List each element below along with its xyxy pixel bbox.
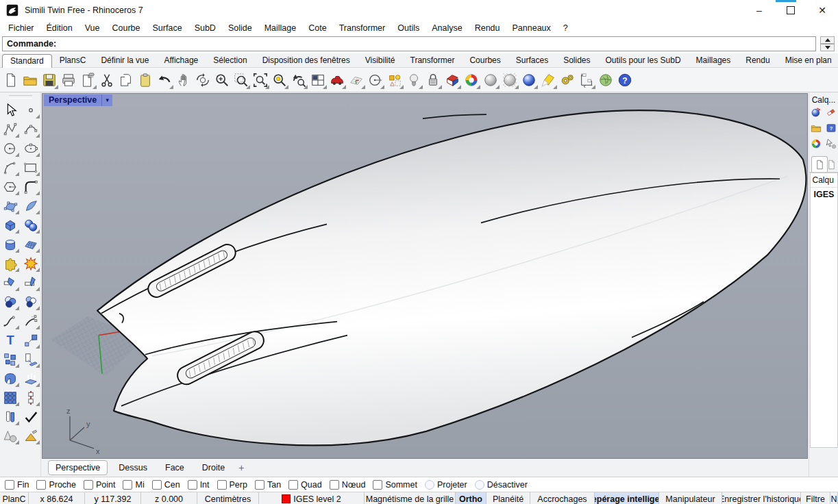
block-flyout-arrow[interactable] [15, 364, 19, 368]
offset-surface-flyout-arrow[interactable] [15, 421, 19, 425]
array-linear-flyout-arrow[interactable] [36, 402, 40, 406]
curve-interpolated-button[interactable] [21, 120, 40, 138]
osnap-mi[interactable]: Mi [123, 480, 144, 490]
shaded-display-button[interactable] [482, 70, 500, 90]
text-button[interactable]: T [1, 331, 19, 349]
layer-tools-pointer-button[interactable] [826, 138, 837, 151]
subd-box-button[interactable] [1, 369, 19, 388]
subd-box-flyout-arrow[interactable] [15, 383, 19, 387]
arc-button[interactable] [1, 158, 19, 177]
dimension-button[interactable] [578, 70, 595, 90]
new-layer-button[interactable] [811, 107, 822, 120]
status-pane-filtre[interactable]: Filtre [801, 492, 830, 504]
apply-material-flyout-arrow[interactable] [36, 440, 40, 444]
osnap-int[interactable]: Int [188, 480, 210, 490]
render-environment-button[interactable] [597, 70, 615, 90]
document-cleanup-button[interactable] [79, 70, 97, 90]
command-scroll-up-button[interactable] [820, 36, 835, 44]
box-flyout-arrow[interactable] [15, 229, 19, 234]
join-flyout-arrow[interactable] [15, 268, 19, 272]
paste-button[interactable] [136, 70, 154, 90]
array-rectangular-button[interactable] [1, 388, 19, 407]
zoom-window-flyout-arrow[interactable] [246, 85, 250, 89]
toolbar-tab-surfaces[interactable]: Surfaces [508, 54, 556, 67]
point-flyout-arrow[interactable] [36, 114, 40, 118]
undo-button[interactable] [156, 70, 173, 90]
print-button[interactable] [60, 70, 77, 90]
mesh-flyout-arrow[interactable] [36, 249, 40, 253]
status-pane-x-86-624[interactable]: x 86.624 [29, 492, 85, 504]
menu-analyse[interactable]: Analyse [426, 22, 468, 34]
checkbox-icon[interactable] [5, 480, 14, 490]
checkbox-icon[interactable] [188, 480, 197, 490]
help-button[interactable]: ? [616, 70, 634, 90]
menu-rendu[interactable]: Rendu [469, 22, 506, 34]
checkbox-icon[interactable] [84, 480, 93, 490]
menu-maillage[interactable]: Maillage [258, 22, 303, 34]
status-pane-n[interactable]: N [830, 492, 838, 504]
zoom-window-button[interactable] [232, 70, 250, 90]
status-pane-plan-it-[interactable]: Planéité [486, 492, 530, 504]
selection-filter-flyout-arrow[interactable] [399, 85, 404, 89]
menu-subd[interactable]: SubD [188, 22, 222, 34]
extrude-button[interactable] [21, 369, 40, 388]
cplane-setup-button[interactable] [347, 70, 365, 90]
osnap-sommet[interactable]: Sommet [373, 480, 417, 490]
join-button[interactable] [1, 254, 19, 273]
change-layer-flyout-arrow[interactable] [36, 364, 40, 368]
select-button[interactable] [1, 101, 19, 119]
view-tab-droite[interactable]: Droite [195, 461, 232, 475]
close-button[interactable]: ✕ [806, 0, 838, 21]
toolbar-tab-mise-en-plan[interactable]: Mise en plan [778, 54, 838, 67]
checkbox-icon[interactable] [373, 480, 382, 490]
curve-blend-button[interactable] [1, 312, 19, 330]
undo-view-change-flyout-arrow[interactable] [304, 85, 308, 89]
layer-row-iges[interactable]: IGES [811, 188, 837, 201]
checkbox-icon[interactable] [475, 480, 484, 490]
status-pane-magn-tisme-de-la-grille[interactable]: Magnétisme de la grille [365, 492, 456, 504]
toolbar-tab-d-finir-la-vue[interactable]: Définir la vue [93, 54, 156, 67]
toolbar-tab-solides[interactable]: Solides [556, 54, 597, 67]
cplane-setup-flyout-arrow[interactable] [361, 85, 365, 89]
curve-interpolated-flyout-arrow[interactable] [36, 134, 40, 138]
solid-primitives-button[interactable] [1, 427, 19, 445]
curve-extend-button[interactable] [21, 312, 40, 330]
selection-filter-button[interactable] [386, 70, 404, 90]
curve-fillet-button[interactable] [21, 177, 40, 196]
new-document-button[interactable] [2, 70, 20, 90]
menu-courbe[interactable]: Courbe [106, 22, 147, 34]
osnap-point[interactable]: Point [84, 480, 116, 490]
rendered-display-button[interactable] [520, 70, 538, 90]
viewport-canvas[interactable]: z y x [42, 94, 807, 458]
zoom-extents-button[interactable] [251, 70, 269, 90]
toolbar-tab-affichage[interactable]: Affichage [156, 54, 206, 67]
ghosted-display-button[interactable] [501, 70, 519, 90]
scale-flyout-arrow[interactable] [36, 344, 40, 349]
object-lock-flyout-arrow[interactable] [438, 85, 442, 89]
zoom-selected-button[interactable] [271, 70, 288, 90]
command-scroll-down-button[interactable] [820, 44, 835, 51]
cylinder-flyout-arrow[interactable] [15, 249, 19, 253]
osnap-cen[interactable]: Cen [152, 480, 180, 490]
array-rectangular-flyout-arrow[interactable] [15, 402, 19, 406]
explode-flyout-arrow[interactable] [36, 268, 40, 272]
named-view-flyout-arrow[interactable] [342, 85, 346, 89]
menu-solide[interactable]: Solide [222, 22, 258, 34]
point-button[interactable] [21, 101, 40, 119]
osnap-perp[interactable]: Perp [217, 480, 247, 490]
cylinder-button[interactable] [1, 235, 19, 253]
status-pane-rep-rage-intelligent[interactable]: Repérage intelligent [595, 492, 659, 504]
trim-button[interactable] [1, 273, 19, 292]
document-cleanup-flyout-arrow[interactable] [93, 85, 97, 89]
polygon-flyout-arrow[interactable] [15, 191, 19, 195]
rendered-display-flyout-arrow[interactable] [534, 85, 538, 89]
viewport-layout-flyout-arrow[interactable] [323, 85, 327, 89]
split-button[interactable] [21, 273, 40, 292]
boolean-difference-flyout-arrow[interactable] [36, 306, 40, 310]
undo-view-change-button[interactable] [290, 70, 308, 90]
toolbar-tab-outils-pour-les-subd[interactable]: Outils pour les SubD [598, 54, 689, 67]
ellipse-button[interactable] [21, 139, 40, 158]
osnap-d-sactiver[interactable]: Désactiver [475, 480, 528, 490]
toolbar-tab-transformer[interactable]: Transformer [403, 54, 463, 67]
polyline-flyout-arrow[interactable] [15, 134, 19, 138]
